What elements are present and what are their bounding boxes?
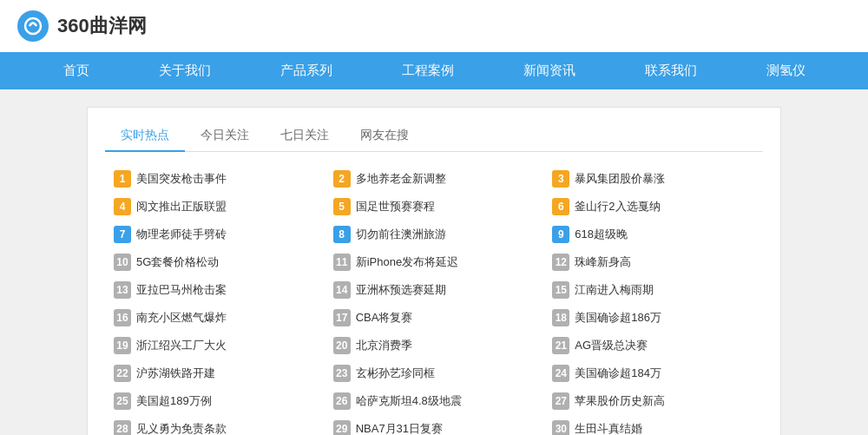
rank-badge: 29 (333, 420, 351, 435)
list-item[interactable]: 11新iPhone发布将延迟 (333, 248, 536, 276)
rank-badge: 25 (114, 392, 131, 410)
list-item[interactable]: 16南充小区燃气爆炸 (114, 304, 316, 332)
list-item[interactable]: 14亚洲杯预选赛延期 (333, 276, 536, 304)
nav-home[interactable]: 首页 (29, 52, 124, 89)
news-title: 618超级晚 (575, 227, 628, 242)
news-title: 亚拉巴马州枪击案 (136, 282, 227, 298)
news-title: 国足世预赛赛程 (356, 199, 435, 214)
list-item[interactable]: 12珠峰新身高 (552, 248, 754, 276)
rank-badge: 7 (114, 226, 131, 243)
rank-badge: 17 (333, 309, 351, 326)
list-item[interactable]: 21AG晋级总决赛 (552, 332, 754, 359)
rank-badge: 28 (114, 420, 131, 435)
list-item[interactable]: 27苹果股价历史新高 (552, 387, 754, 415)
news-title: 珠峰新身高 (575, 254, 631, 270)
news-title: 生田斗真结婚 (575, 421, 642, 435)
rank-badge: 13 (114, 281, 131, 299)
list-item[interactable]: 23玄彬孙艺珍同框 (333, 359, 536, 387)
list-item[interactable]: 5国足世预赛赛程 (333, 193, 536, 221)
news-col-3: 3暴风集团股价暴涨6釜山行2入选戛纳9618超级晚12珠峰新身高15江南进入梅雨… (543, 165, 763, 435)
list-item[interactable]: 24美国确诊超184万 (552, 359, 754, 387)
news-title: 美国突发枪击事件 (136, 171, 227, 187)
tab-today[interactable]: 今日关注 (185, 121, 265, 151)
news-title: AG晋级总决赛 (575, 338, 648, 353)
rank-badge: 27 (552, 392, 569, 410)
tab-bar: 实时热点 今日关注 七日关注 网友在搜 (105, 121, 763, 152)
news-title: 江南进入梅雨期 (575, 282, 654, 298)
news-title: 亚洲杯预选赛延期 (356, 282, 446, 298)
nav-about[interactable]: 关于我们 (124, 52, 246, 89)
list-item[interactable]: 25美国超189万例 (114, 387, 316, 415)
list-item[interactable]: 2多地养老金新调整 (333, 165, 536, 193)
rank-badge: 1 (114, 170, 131, 188)
main-content: 实时热点 今日关注 七日关注 网友在搜 1美国突发枪击事件4阅文推出正版联盟7物… (87, 107, 781, 435)
list-item[interactable]: 18美国确诊超186万 (552, 304, 754, 332)
news-title: 多地养老金新调整 (356, 171, 446, 187)
rank-badge: 4 (114, 198, 131, 215)
nav-hydrogen[interactable]: 测氢仪 (732, 52, 840, 89)
news-title: 美国确诊超186万 (575, 310, 661, 326)
list-item[interactable]: 28见义勇为免责条款 (114, 415, 316, 435)
rank-badge: 3 (552, 170, 569, 188)
logo-text: 360曲洋网 (57, 13, 147, 39)
rank-badge: 15 (552, 281, 569, 299)
list-item[interactable]: 4阅文推出正版联盟 (114, 193, 316, 221)
news-title: NBA7月31日复赛 (356, 421, 443, 435)
news-title: 沪苏湖铁路开建 (136, 366, 215, 381)
list-item[interactable]: 29NBA7月31日复赛 (333, 415, 536, 435)
list-item[interactable]: 13亚拉巴马州枪击案 (114, 276, 316, 304)
rank-badge: 6 (552, 198, 569, 215)
list-item[interactable]: 15江南进入梅雨期 (552, 276, 754, 304)
list-item[interactable]: 22沪苏湖铁路开建 (114, 359, 316, 387)
news-title: 5G套餐价格松动 (136, 254, 219, 270)
news-grid: 1美国突发枪击事件4阅文推出正版联盟7物理老师徒手劈砖105G套餐价格松动13亚… (105, 165, 763, 435)
list-item[interactable]: 7物理老师徒手劈砖 (114, 221, 316, 248)
news-col-1: 1美国突发枪击事件4阅文推出正版联盟7物理老师徒手劈砖105G套餐价格松动13亚… (105, 165, 325, 435)
news-title: 北京消费季 (356, 338, 412, 353)
list-item[interactable]: 8切勿前往澳洲旅游 (333, 221, 536, 248)
tab-realtime[interactable]: 实时热点 (105, 121, 185, 152)
rank-badge: 14 (333, 281, 351, 299)
news-title: 美国确诊超184万 (575, 366, 661, 381)
news-title: 物理老师徒手劈砖 (136, 227, 227, 242)
rank-badge: 30 (552, 420, 569, 435)
list-item[interactable]: 20北京消费季 (333, 332, 536, 359)
list-item[interactable]: 26哈萨克斯坦4.8级地震 (333, 387, 536, 415)
news-title: 苹果股价历史新高 (575, 393, 665, 409)
nav-news[interactable]: 新闻资讯 (489, 52, 610, 89)
rank-badge: 8 (333, 226, 351, 243)
news-title: 新iPhone发布将延迟 (356, 254, 458, 270)
list-item[interactable]: 105G套餐价格松动 (114, 248, 316, 276)
news-title: 见义勇为免责条款 (136, 421, 227, 435)
list-item[interactable]: 3暴风集团股价暴涨 (552, 165, 754, 193)
tab-search[interactable]: 网友在搜 (345, 121, 424, 151)
list-item[interactable]: 30生田斗真结婚 (552, 415, 754, 435)
rank-badge: 22 (114, 365, 131, 382)
rank-badge: 9 (552, 226, 569, 243)
rank-badge: 5 (333, 198, 351, 215)
rank-badge: 2 (333, 170, 351, 188)
news-title: 阅文推出正版联盟 (136, 199, 227, 214)
news-title: 釜山行2入选戛纳 (575, 199, 660, 214)
nav-products[interactable]: 产品系列 (246, 52, 367, 89)
rank-badge: 12 (552, 254, 569, 271)
list-item[interactable]: 6釜山行2入选戛纳 (552, 193, 754, 221)
list-item[interactable]: 17CBA将复赛 (333, 304, 536, 332)
rank-badge: 20 (333, 337, 351, 354)
news-title: CBA将复赛 (356, 310, 413, 326)
nav-contact[interactable]: 联系我们 (610, 52, 732, 89)
rank-badge: 10 (114, 254, 131, 271)
tab-week[interactable]: 七日关注 (265, 121, 345, 151)
news-title: 浙江绍兴工厂大火 (136, 338, 227, 353)
rank-badge: 26 (333, 392, 351, 410)
rank-badge: 21 (552, 337, 569, 354)
news-col-2: 2多地养老金新调整5国足世预赛赛程8切勿前往澳洲旅游11新iPhone发布将延迟… (325, 165, 544, 435)
svg-point-0 (25, 18, 41, 34)
list-item[interactable]: 1美国突发枪击事件 (114, 165, 316, 193)
nav-cases[interactable]: 工程案例 (367, 52, 489, 89)
rank-badge: 18 (552, 309, 569, 326)
list-item[interactable]: 9618超级晚 (552, 221, 754, 248)
news-title: 南充小区燃气爆炸 (136, 310, 227, 326)
list-item[interactable]: 19浙江绍兴工厂大火 (114, 332, 316, 359)
rank-badge: 11 (333, 254, 351, 271)
